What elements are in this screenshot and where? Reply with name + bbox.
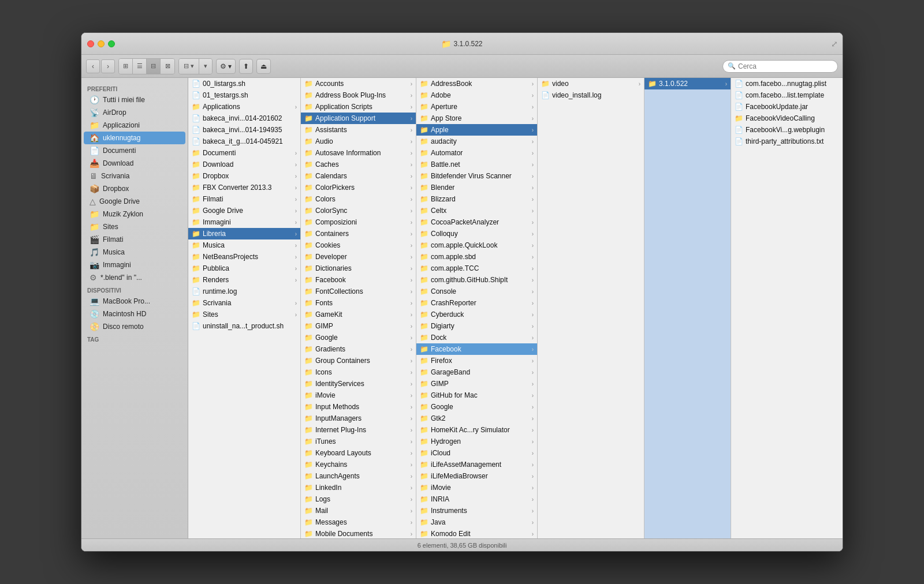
list-item[interactable]: 📁 Sites › bbox=[188, 309, 300, 320]
list-item[interactable]: 📁 Renders › bbox=[188, 274, 300, 286]
list-item[interactable]: 📁 Pubblica › bbox=[188, 263, 300, 274]
list-item[interactable]: 📁 Komodo Edit › bbox=[416, 528, 537, 538]
list-item[interactable]: 📁 Facebook › bbox=[301, 274, 416, 286]
list-item[interactable]: 📁 Input Methods › bbox=[301, 401, 416, 413]
list-item[interactable]: 📁 audacity › bbox=[416, 136, 537, 147]
list-item[interactable]: 📁 com.apple.TCC › bbox=[416, 263, 537, 274]
close-button[interactable] bbox=[87, 40, 94, 47]
list-item[interactable]: 📄 FacebookUpdate.jar bbox=[731, 101, 843, 113]
list-item[interactable]: 📄 com.facebo...list.template bbox=[731, 89, 843, 101]
list-item[interactable]: 📁 IdentityServices › bbox=[301, 378, 416, 390]
list-item[interactable]: 📁 com.github.GitHub.ShipIt › bbox=[416, 274, 537, 286]
list-item[interactable]: 📁 Caches › bbox=[301, 159, 416, 170]
resize-button[interactable]: ⤢ bbox=[831, 39, 838, 48]
list-item[interactable]: 📁 AddressBook › bbox=[416, 78, 537, 89]
list-item[interactable]: 📁 3.1.0.522 › bbox=[644, 78, 731, 89]
sidebar-item-muzikzyklon[interactable]: 📁 Muzik Zyklon bbox=[84, 208, 185, 220]
list-item[interactable]: 📁 Filmati › bbox=[188, 193, 300, 205]
list-item[interactable]: 📁 Mobile Documents › bbox=[301, 528, 416, 538]
list-item[interactable]: 📁 Java › bbox=[416, 516, 537, 528]
list-item[interactable]: 📁 CocoaPacketAnalyzer › bbox=[416, 216, 537, 228]
list-item[interactable]: 📁 ColorSync › bbox=[301, 205, 416, 216]
list-item[interactable]: 📁 GitHub for Mac › bbox=[416, 390, 537, 401]
column-view-button[interactable]: ⊟ bbox=[147, 59, 161, 74]
list-item[interactable]: 📄 bakeca_invi...014-201602 bbox=[188, 113, 300, 124]
sidebar-item-macintosh[interactable]: 💿 Macintosh HD bbox=[84, 308, 185, 320]
list-item[interactable]: 📁 GIMP › bbox=[301, 320, 416, 332]
list-item[interactable]: 📁 Address Book Plug-Ins › bbox=[301, 89, 416, 101]
list-item[interactable]: 📁 Google Drive › bbox=[188, 205, 300, 216]
arrange-dropdown[interactable]: ▾ bbox=[199, 59, 212, 74]
list-item[interactable]: 📁 Console › bbox=[416, 286, 537, 297]
list-item[interactable]: 📁 iCloud › bbox=[416, 447, 537, 459]
list-item[interactable]: 📁 Facebook › bbox=[416, 343, 537, 355]
list-item[interactable]: 📁 Dictionaries › bbox=[301, 263, 416, 274]
list-item[interactable]: 📁 Apple › bbox=[416, 124, 537, 136]
list-item[interactable]: 📁 Messages › bbox=[301, 516, 416, 528]
list-item[interactable]: 📁 Blender › bbox=[416, 182, 537, 193]
list-item[interactable]: 📁 GIMP › bbox=[416, 378, 537, 390]
list-item[interactable]: 📁 HomeKit Ac...ry Simulator › bbox=[416, 424, 537, 436]
list-item[interactable]: 📁 Musica › bbox=[188, 239, 300, 251]
list-item[interactable]: 📁 Keychains › bbox=[301, 459, 416, 470]
list-item[interactable]: 📁 Gtk2 › bbox=[416, 413, 537, 424]
list-item[interactable]: 📁 com.apple.QuickLook › bbox=[416, 239, 537, 251]
list-item[interactable]: 📁 Automator › bbox=[416, 147, 537, 159]
list-item[interactable]: 📁 iLifeAssetManagement › bbox=[416, 459, 537, 470]
list-item[interactable]: 📁 Immagini › bbox=[188, 216, 300, 228]
sidebar-item-applicazioni[interactable]: 📁 Applicazioni bbox=[84, 119, 185, 132]
list-item[interactable]: 📁 Bitdefender Virus Scanner › bbox=[416, 170, 537, 182]
arrange-action[interactable]: ⊟ ▾ bbox=[179, 59, 199, 74]
list-item[interactable]: 📁 iLifeMediaBrowser › bbox=[416, 470, 537, 482]
sidebar-item-immagini[interactable]: 📷 Immagini bbox=[84, 259, 185, 271]
list-item[interactable]: 📄 00_listargs.sh bbox=[188, 78, 300, 89]
sidebar-item-scrivania[interactable]: 🖥 Scrivania bbox=[84, 170, 185, 182]
list-item[interactable]: 📁 App Store › bbox=[416, 113, 537, 124]
list-item[interactable]: 📁 Firefox › bbox=[416, 355, 537, 366]
sidebar-item-blend[interactable]: ⚙ *.blend" in "... bbox=[84, 271, 185, 284]
list-item[interactable]: 📁 Cyberduck › bbox=[416, 309, 537, 320]
list-item[interactable]: 📄 01_testargs.sh bbox=[188, 89, 300, 101]
list-item[interactable]: 📁 Autosave Information › bbox=[301, 147, 416, 159]
list-item[interactable]: 📁 FacebookVideoCalling bbox=[731, 113, 843, 124]
list-item[interactable]: 📁 Calendars › bbox=[301, 170, 416, 182]
list-item[interactable]: 📄 video_install.log bbox=[538, 89, 644, 101]
eject-button[interactable]: ⏏ bbox=[256, 59, 271, 74]
list-item[interactable]: 📁 NetBeansProjects › bbox=[188, 251, 300, 263]
sidebar-item-download[interactable]: 📥 Download bbox=[84, 157, 185, 170]
list-item[interactable]: 📁 Audio › bbox=[301, 136, 416, 147]
list-item[interactable]: 📁 Fonts › bbox=[301, 297, 416, 309]
list-item[interactable]: 📁 InputManagers › bbox=[301, 413, 416, 424]
back-button[interactable]: ‹ bbox=[86, 59, 100, 73]
icon-view-button[interactable]: ⊞ bbox=[119, 59, 133, 74]
list-item[interactable]: 📁 Accounts › bbox=[301, 78, 416, 89]
list-item[interactable]: 📄 FacebookVi...g.webplugin bbox=[731, 124, 843, 136]
list-item[interactable]: 📁 Adobe › bbox=[416, 89, 537, 101]
list-item[interactable]: 📁 GameKit › bbox=[301, 309, 416, 320]
list-item[interactable]: 📁 CrashReporter › bbox=[416, 297, 537, 309]
list-item[interactable]: 📁 Application Scripts › bbox=[301, 101, 416, 113]
sidebar-item-macbook[interactable]: 💻 MacBook Pro... bbox=[84, 295, 185, 308]
list-item[interactable]: 📁 FontCollections › bbox=[301, 286, 416, 297]
list-item[interactable]: 📁 Icons › bbox=[301, 366, 416, 378]
list-item[interactable]: 📁 Applications › bbox=[188, 101, 300, 113]
list-item[interactable]: 📄 bakeca_invi...014-194935 bbox=[188, 124, 300, 136]
list-item[interactable]: 📁 Google › bbox=[301, 332, 416, 343]
list-item[interactable]: 📁 Colloquy › bbox=[416, 228, 537, 239]
list-item[interactable]: 📁 Blizzard › bbox=[416, 193, 537, 205]
list-item[interactable]: 📁 Celtx › bbox=[416, 205, 537, 216]
list-item[interactable]: 📁 Developer › bbox=[301, 251, 416, 263]
list-item[interactable]: 📄 uninstall_na...t_product.sh bbox=[188, 320, 300, 332]
list-item[interactable]: 📁 Internet Plug-Ins › bbox=[301, 424, 416, 436]
list-item[interactable]: 📁 ColorPickers › bbox=[301, 182, 416, 193]
sidebar-item-disco[interactable]: 📀 Disco remoto bbox=[84, 320, 185, 333]
list-item[interactable]: 📁 Cookies › bbox=[301, 239, 416, 251]
list-item[interactable]: 📁 Dropbox › bbox=[188, 170, 300, 182]
list-item[interactable]: 📁 Instruments › bbox=[416, 505, 537, 516]
list-item[interactable]: 📁 Documenti › bbox=[188, 147, 300, 159]
list-item[interactable]: 📁 Google › bbox=[416, 401, 537, 413]
list-item[interactable]: 📁 Composizioni › bbox=[301, 216, 416, 228]
list-item[interactable]: 📁 iMovie › bbox=[416, 482, 537, 493]
list-item[interactable]: 📁 Keyboard Layouts › bbox=[301, 447, 416, 459]
list-item[interactable]: 📁 GarageBand › bbox=[416, 366, 537, 378]
